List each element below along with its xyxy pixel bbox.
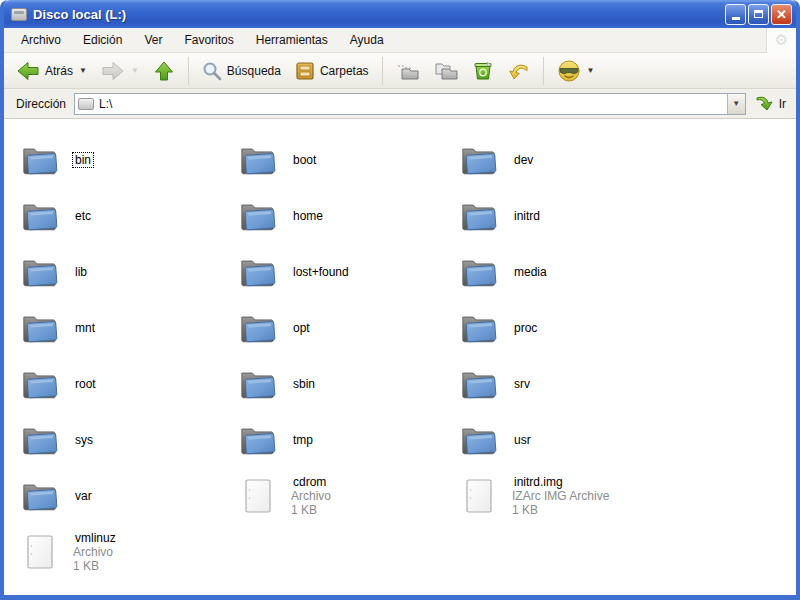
go-button[interactable]: Ir [754, 94, 790, 114]
file-tile[interactable]: sys [20, 412, 238, 468]
views-dropdown-caret-icon[interactable]: ▼ [587, 66, 595, 75]
file-name: root [73, 377, 98, 391]
back-dropdown-caret-icon[interactable]: ▼ [79, 66, 87, 75]
menu-favoritos[interactable]: Favoritos [173, 30, 244, 50]
search-label: Búsqueda [227, 64, 281, 78]
back-label: Atrás [45, 64, 73, 78]
file-kind: Archivo [73, 545, 118, 559]
folders-button[interactable]: Carpetas [289, 58, 375, 84]
undo-arrow-icon [508, 60, 530, 82]
folders-label: Carpetas [320, 64, 369, 78]
file-tile[interactable]: media [459, 244, 796, 300]
back-arrow-icon [16, 60, 40, 82]
file-name: var [73, 489, 94, 503]
forward-arrow-icon [101, 60, 125, 82]
folder-icon [460, 256, 498, 288]
file-name: usr [512, 433, 533, 447]
file-tile[interactable]: tmp [238, 412, 459, 468]
minimize-button[interactable] [725, 4, 746, 25]
file-tile[interactable]: proc [459, 300, 796, 356]
file-tile[interactable]: home [238, 188, 459, 244]
folder-icon [239, 256, 277, 288]
file-tile[interactable]: lib [20, 244, 238, 300]
file-tile[interactable]: boot [238, 132, 459, 188]
folder-icon [460, 368, 498, 400]
file-tile[interactable]: sbin [238, 356, 459, 412]
folders-icon [295, 61, 315, 81]
file-tile[interactable]: usr [459, 412, 796, 468]
file-tile[interactable]: mnt [20, 300, 238, 356]
file-name: tmp [291, 433, 315, 447]
go-label: Ir [779, 97, 786, 111]
file-name: sbin [291, 377, 317, 391]
file-icon [25, 534, 55, 570]
file-tile[interactable]: cdrom Archivo 1 KB [238, 468, 459, 524]
folder-icon [21, 312, 59, 344]
back-button[interactable]: Atrás ▼ [10, 57, 93, 85]
delete-bin-icon [472, 60, 494, 82]
menu-archivo[interactable]: Archivo [10, 30, 72, 50]
toolbar-separator [382, 57, 383, 85]
menu-ver[interactable]: Ver [133, 30, 173, 50]
folder-icon [460, 200, 498, 232]
titlebar[interactable]: Disco local (L:) ✕ [4, 0, 796, 28]
minimize-icon [732, 17, 740, 20]
menu-edicion[interactable]: Edición [72, 30, 133, 50]
folder-icon [21, 200, 59, 232]
file-name: initrd [512, 209, 542, 223]
file-tile[interactable]: lost+found [238, 244, 459, 300]
toolbar-separator [188, 57, 189, 85]
file-tile[interactable]: initrd.img IZArc IMG Archive 1 KB [459, 468, 796, 524]
file-name: lost+found [291, 265, 351, 279]
folder-icon [460, 144, 498, 176]
up-button[interactable] [147, 57, 181, 85]
file-name: boot [291, 153, 318, 167]
file-tile[interactable]: etc [20, 188, 238, 244]
folder-icon [239, 144, 277, 176]
window-title: Disco local (L:) [33, 7, 723, 22]
copy-to-button[interactable] [428, 58, 464, 84]
file-tile[interactable]: vmlinuz Archivo 1 KB [20, 524, 238, 580]
address-input[interactable]: L:\ ▼ [74, 93, 746, 115]
file-list-area[interactable]: bin boot [4, 119, 796, 595]
folder-icon [21, 424, 59, 456]
file-tile[interactable]: srv [459, 356, 796, 412]
folder-icon [239, 312, 277, 344]
file-size: 1 KB [73, 559, 118, 573]
forward-dropdown-caret-icon[interactable]: ▼ [131, 66, 139, 75]
folder-icon [21, 480, 59, 512]
views-button[interactable]: ▼ [551, 56, 601, 86]
file-icon [243, 478, 273, 514]
file-name: srv [512, 377, 532, 391]
file-tile[interactable]: initrd [459, 188, 796, 244]
move-to-button[interactable] [390, 58, 426, 84]
maximize-button[interactable] [748, 4, 769, 25]
maximize-icon [754, 10, 763, 18]
file-tile[interactable]: bin [20, 132, 238, 188]
address-dropdown-button[interactable]: ▼ [727, 94, 745, 114]
undo-button[interactable] [502, 57, 536, 85]
file-tile[interactable]: opt [238, 300, 459, 356]
file-name: mnt [73, 321, 97, 335]
file-tile[interactable]: root [20, 356, 238, 412]
folder-icon [460, 312, 498, 344]
folder-icon [239, 368, 277, 400]
go-arrow-icon [754, 94, 774, 114]
copy-to-folders-icon [434, 61, 458, 81]
close-button[interactable]: ✕ [771, 4, 792, 25]
address-label: Dirección [16, 97, 66, 111]
move-to-folder-icon [396, 61, 420, 81]
search-button[interactable]: Búsqueda [196, 58, 287, 84]
file-kind: Archivo [291, 489, 331, 503]
file-tile[interactable]: dev [459, 132, 796, 188]
file-name: media [512, 265, 549, 279]
delete-button[interactable] [466, 57, 500, 85]
forward-button[interactable]: ▼ [95, 57, 145, 85]
menu-logo-gear-icon: ⚙ [766, 28, 796, 53]
file-name: lib [73, 265, 89, 279]
menu-ayuda[interactable]: Ayuda [339, 30, 395, 50]
file-tile[interactable]: var [20, 468, 238, 524]
menu-bar: Archivo Edición Ver Favoritos Herramient… [4, 28, 796, 53]
address-drive-icon [78, 98, 94, 110]
menu-herramientas[interactable]: Herramientas [245, 30, 339, 50]
